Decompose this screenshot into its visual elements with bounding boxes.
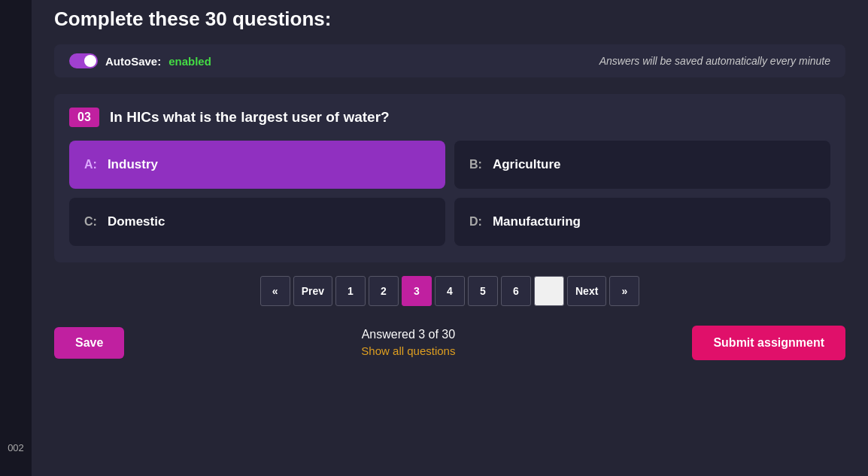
answer-b-letter: B: [469,158,482,171]
autosave-left: AutoSave: enabled [69,53,211,68]
answer-c-text: Domestic [108,214,165,229]
pagination-page-3[interactable]: 3 [402,276,432,306]
answer-a-letter: A: [84,158,97,171]
footer-bar: Save Answered 3 of 30 Show all questions… [54,320,845,366]
answer-c[interactable]: C: Domestic [69,198,445,246]
autosave-bar: AutoSave: enabled Answers will be saved … [54,44,845,77]
pagination-next[interactable]: Next [567,276,606,306]
autosave-status: enabled [168,55,211,68]
answered-count: Answered 3 of 30 [361,328,455,341]
submit-button[interactable]: Submit assignment [692,326,845,360]
pagination-page-1[interactable]: 1 [335,276,366,306]
question-number-badge: 03 [69,108,99,127]
answers-grid: A: Industry B: Agriculture C: Domestic D… [69,141,830,246]
answer-d-text: Manufacturing [493,214,581,229]
show-all-questions-link[interactable]: Show all questions [361,344,455,357]
answer-d-letter: D: [469,215,482,229]
answer-b-text: Agriculture [493,157,561,172]
main-content: Complete these 30 questions: AutoSave: e… [32,0,868,476]
pagination-page-5[interactable]: 5 [468,276,498,306]
answer-d[interactable]: D: Manufacturing [454,198,830,246]
answer-c-letter: C: [84,215,97,229]
pagination-row: « Prev 1 2 3 4 5 6 Next » [54,276,845,306]
pagination-page-6[interactable]: 6 [501,276,531,306]
autosave-label: AutoSave: [105,55,161,68]
question-block: 03 In HICs what is the largest user of w… [54,94,845,262]
answer-b[interactable]: B: Agriculture [454,141,830,189]
save-button[interactable]: Save [54,327,124,359]
autosave-message: Answers will be saved automatically ever… [599,55,830,67]
pagination-blank[interactable] [534,276,564,306]
pagination-last[interactable]: » [609,276,639,306]
question-text: In HICs what is the largest user of wate… [110,109,390,126]
sidebar: 002 [0,0,32,476]
pagination-page-4[interactable]: 4 [435,276,465,306]
pagination-prev[interactable]: Prev [293,276,332,306]
answer-a-text: Industry [108,157,158,172]
question-header: 03 In HICs what is the largest user of w… [69,108,830,127]
sidebar-number: 002 [0,442,32,453]
autosave-toggle[interactable] [69,53,98,68]
page-title: Complete these 30 questions: [54,0,845,31]
answer-a[interactable]: A: Industry [69,141,445,189]
pagination-first[interactable]: « [260,276,290,306]
answered-info: Answered 3 of 30 Show all questions [361,328,455,358]
pagination-page-2[interactable]: 2 [369,276,399,306]
